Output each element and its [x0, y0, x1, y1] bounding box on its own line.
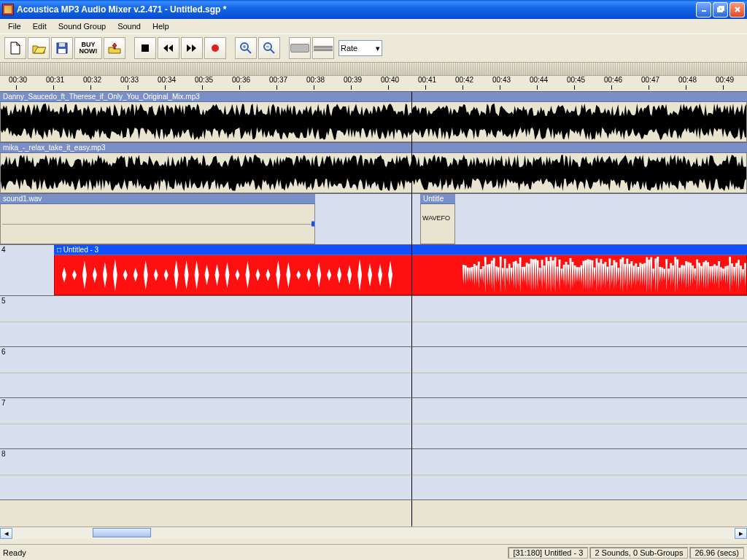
scroll-right-button[interactable]: ▸ — [735, 528, 747, 539]
clip-header[interactable]: Untitle — [420, 194, 455, 204]
eq-button[interactable] — [312, 37, 334, 59]
clip-mika[interactable]: mika_-_relax_take_it_easy.mp3 — [0, 143, 747, 193]
clip-body-text: WAVEFO — [420, 204, 455, 244]
title-bar: Acoustica MP3 Audio Mixer v.2.471 - Unti… — [0, 0, 747, 19]
clip-untitled3[interactable]: □ Untitled - 3 — [54, 245, 747, 295]
stop-button[interactable] — [134, 37, 156, 59]
svg-rect-8 — [142, 44, 149, 52]
track-4[interactable]: 4 □ Untitled - 3 — [0, 245, 747, 296]
status-duration: 26.96 (secs) — [689, 547, 744, 559]
toolbar: BUY NOW! Rate ▾ — [0, 34, 747, 63]
lane-label: 6 — [1, 348, 6, 356]
track-1[interactable]: Danny_Saucedo_ft_Therese_if_Only_You_Ori… — [0, 92, 747, 143]
selection-handle[interactable] — [311, 222, 315, 227]
status-bar: Ready [31:180] Untitled - 3 2 Sounds, 0 … — [0, 544, 747, 560]
status-position: [31:180] Untitled - 3 — [508, 547, 588, 559]
restore-button[interactable] — [713, 2, 728, 18]
scroll-track[interactable] — [12, 528, 735, 539]
lane-label: 7 — [1, 399, 6, 407]
zoom-in-button[interactable] — [235, 37, 257, 59]
lane-label: 8 — [1, 450, 6, 458]
lane-label: 5 — [1, 297, 6, 305]
track-3[interactable]: sound1.wav Untitle WAVEFO — [0, 194, 747, 245]
clip-header[interactable]: mika_-_relax_take_it_easy.mp3 — [0, 143, 747, 153]
track-7[interactable]: 7 — [0, 398, 747, 449]
waveform — [2, 224, 313, 225]
save-button[interactable] — [51, 37, 73, 59]
track-5[interactable]: 5 — [0, 296, 747, 347]
clip-header[interactable]: Danny_Saucedo_ft_Therese_if_Only_You_Ori… — [0, 92, 747, 102]
window-title: Acoustica MP3 Audio Mixer v.2.471 - Unti… — [17, 4, 696, 15]
scroll-thumb[interactable] — [93, 528, 151, 537]
open-button[interactable] — [28, 37, 50, 59]
menu-edit[interactable]: Edit — [28, 20, 52, 32]
zoom-out-button[interactable] — [258, 37, 280, 59]
track-6[interactable]: 6 — [0, 347, 747, 398]
clip-sound1[interactable]: sound1.wav — [0, 194, 315, 244]
menu-file[interactable]: File — [3, 20, 26, 32]
status-ready: Ready — [3, 548, 26, 557]
new-button[interactable] — [4, 37, 26, 59]
rate-label: Rate — [341, 44, 357, 52]
import-button[interactable] — [104, 37, 125, 59]
lane-label: 4 — [1, 246, 6, 254]
svg-rect-6 — [59, 43, 65, 47]
status-sounds: 2 Sounds, 0 Sub-Groups — [589, 547, 688, 559]
buy-now-button[interactable]: BUY NOW! — [74, 37, 102, 59]
clip-untitle[interactable]: Untitle WAVEFO — [420, 194, 455, 244]
menu-bar: File Edit Sound Group Sound Help — [0, 19, 747, 34]
playhead[interactable] — [411, 92, 412, 526]
minimize-button[interactable] — [696, 2, 711, 18]
slider-button[interactable] — [289, 37, 311, 59]
svg-point-9 — [212, 44, 219, 52]
menu-soundgroup[interactable]: Sound Group — [53, 20, 111, 32]
time-ruler[interactable]: 00:3000:3100:3200:3300:3400:3500:3600:37… — [0, 76, 747, 92]
record-button[interactable] — [204, 37, 226, 59]
scroll-left-button[interactable]: ◂ — [0, 528, 12, 539]
clip-danny[interactable]: Danny_Saucedo_ft_Therese_if_Only_You_Ori… — [0, 92, 747, 142]
svg-rect-7 — [58, 49, 66, 53]
track-8[interactable]: 8 — [0, 449, 747, 500]
app-icon — [2, 4, 14, 15]
clip-header[interactable]: □ Untitled - 3 — [54, 245, 747, 255]
clip-header[interactable]: sound1.wav — [0, 194, 315, 204]
spectrum-strip — [0, 63, 747, 76]
chevron-down-icon: ▾ — [376, 44, 380, 53]
horizontal-scrollbar[interactable]: ◂ ▸ — [0, 526, 747, 539]
workspace: Danny_Saucedo_ft_Therese_if_Only_You_Ori… — [0, 92, 747, 526]
svg-line-11 — [247, 50, 251, 53]
svg-line-15 — [271, 50, 274, 53]
track-2[interactable]: mika_-_relax_take_it_easy.mp3 — [0, 143, 747, 194]
close-button[interactable] — [729, 2, 745, 18]
rate-dropdown[interactable]: Rate ▾ — [338, 40, 382, 56]
forward-button[interactable] — [181, 37, 203, 59]
menu-help[interactable]: Help — [147, 20, 174, 32]
menu-sound[interactable]: Sound — [112, 20, 146, 32]
rewind-button[interactable] — [158, 37, 179, 59]
